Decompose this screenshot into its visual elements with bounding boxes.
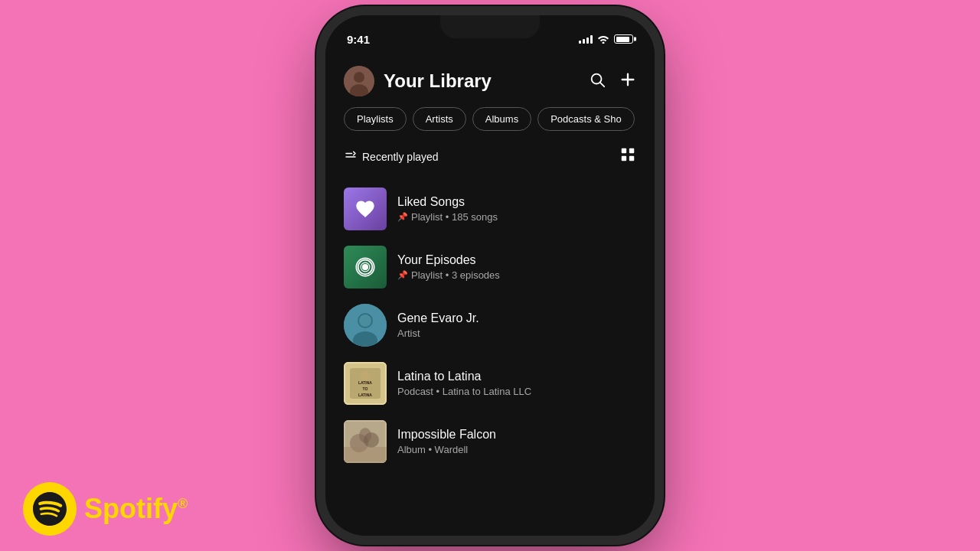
episodes-artwork bbox=[344, 246, 387, 289]
tab-podcasts[interactable]: Podcasts & Sho bbox=[537, 107, 635, 131]
podcast-artwork: LATINA TO LATINA bbox=[344, 362, 387, 405]
phone-notch bbox=[440, 15, 540, 38]
svg-text:TO: TO bbox=[363, 386, 368, 391]
sort-row: Recently played bbox=[344, 146, 636, 168]
podcast-info: Latina to Latina Podcast • Latina to Lat… bbox=[397, 370, 636, 397]
main-content: Your Library bbox=[325, 54, 655, 471]
avatar-image bbox=[344, 66, 374, 96]
episodes-name: Your Episodes bbox=[397, 253, 636, 267]
svg-rect-9 bbox=[622, 148, 626, 153]
library-header: Your Library bbox=[344, 54, 636, 107]
spotify-symbol bbox=[33, 492, 67, 526]
sort-icon bbox=[344, 150, 358, 164]
list-item[interactable]: Gene Evaro Jr. Artist bbox=[344, 296, 636, 354]
phone-screen: 9:41 bbox=[325, 15, 655, 536]
wifi-icon bbox=[597, 34, 609, 44]
spotify-logo: Spotify® bbox=[23, 482, 188, 536]
status-time: 9:41 bbox=[347, 33, 370, 46]
list-item[interactable]: LATINA TO LATINA Latina to Latina Podcas… bbox=[344, 354, 636, 412]
tab-albums[interactable]: Albums bbox=[472, 107, 531, 131]
episodes-info: Your Episodes 📌 Playlist • 3 episodes bbox=[397, 253, 636, 281]
plus-icon bbox=[619, 71, 636, 88]
svg-rect-29 bbox=[344, 447, 387, 463]
header-left: Your Library bbox=[344, 66, 492, 96]
podcast-icon bbox=[354, 256, 376, 278]
search-button[interactable] bbox=[589, 71, 606, 91]
svg-point-24 bbox=[361, 371, 370, 380]
list-item[interactable]: Liked Songs 📌 Playlist • 185 songs bbox=[344, 180, 636, 238]
svg-point-17 bbox=[359, 315, 371, 327]
liked-songs-meta: 📌 Playlist • 185 songs bbox=[397, 211, 636, 223]
sort-label: Recently played bbox=[362, 151, 439, 163]
svg-point-1 bbox=[354, 72, 364, 83]
svg-line-4 bbox=[600, 83, 604, 86]
liked-songs-info: Liked Songs 📌 Playlist • 185 songs bbox=[397, 195, 636, 223]
pin-icon: 📌 bbox=[397, 270, 408, 280]
status-icons bbox=[579, 34, 633, 44]
list-item[interactable]: Your Episodes 📌 Playlist • 3 episodes bbox=[344, 238, 636, 296]
library-list: Liked Songs 📌 Playlist • 185 songs bbox=[344, 180, 636, 471]
album-info: Impossible Falcon Album • Wardell bbox=[397, 428, 636, 455]
sort-control[interactable]: Recently played bbox=[344, 150, 439, 164]
page-title: Your Library bbox=[384, 70, 492, 92]
artist-artwork bbox=[344, 304, 387, 347]
heart-icon bbox=[354, 198, 376, 220]
svg-text:LATINA: LATINA bbox=[358, 393, 372, 397]
episodes-meta: 📌 Playlist • 3 episodes bbox=[397, 269, 636, 281]
battery-icon bbox=[614, 34, 633, 44]
tab-artists[interactable]: Artists bbox=[413, 107, 466, 131]
artist-name: Gene Evaro Jr. bbox=[397, 311, 636, 325]
artist-meta: Artist bbox=[397, 328, 636, 339]
svg-point-30 bbox=[359, 428, 371, 443]
podcast-name: Latina to Latina bbox=[397, 370, 636, 383]
search-icon bbox=[589, 71, 606, 88]
artist-info: Gene Evaro Jr. Artist bbox=[397, 311, 636, 339]
artist-image bbox=[344, 304, 387, 347]
grid-icon bbox=[619, 146, 636, 163]
battery-fill bbox=[616, 37, 629, 42]
album-meta: Album • Wardell bbox=[397, 444, 636, 455]
liked-songs-artwork bbox=[344, 187, 387, 230]
latina-image: LATINA TO LATINA bbox=[344, 362, 387, 405]
spotify-name: Spotify® bbox=[84, 493, 188, 525]
svg-rect-11 bbox=[622, 156, 626, 161]
phone-frame: 9:41 bbox=[325, 15, 655, 536]
album-artwork bbox=[344, 420, 387, 463]
list-item[interactable]: Impossible Falcon Album • Wardell bbox=[344, 412, 636, 471]
liked-songs-name: Liked Songs bbox=[397, 195, 636, 209]
album-image bbox=[344, 420, 387, 463]
avatar[interactable] bbox=[344, 66, 374, 96]
podcast-meta: Podcast • Latina to Latina LLC bbox=[397, 386, 636, 397]
svg-rect-10 bbox=[629, 148, 634, 153]
signal-icon bbox=[579, 34, 593, 44]
album-name: Impossible Falcon bbox=[397, 428, 636, 442]
add-button[interactable] bbox=[619, 71, 636, 91]
tab-playlists[interactable]: Playlists bbox=[344, 107, 407, 131]
grid-view-button[interactable] bbox=[619, 146, 636, 168]
spotify-icon bbox=[23, 482, 77, 536]
svg-rect-12 bbox=[629, 156, 634, 161]
header-actions bbox=[589, 71, 636, 91]
pin-icon: 📌 bbox=[397, 212, 408, 222]
svg-text:LATINA: LATINA bbox=[358, 380, 372, 385]
filter-tabs: Playlists Artists Albums Podcasts & Sho bbox=[344, 107, 636, 131]
